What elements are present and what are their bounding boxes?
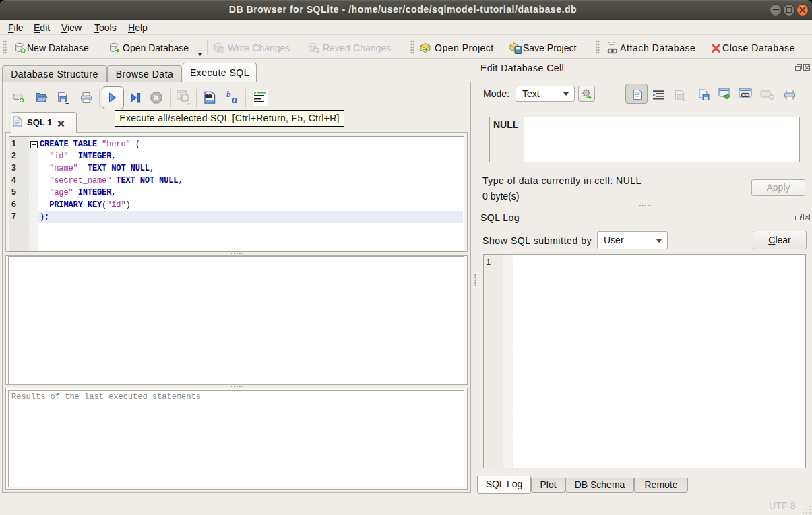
svg-text:b: b <box>226 90 231 99</box>
svg-text:a: a <box>232 94 237 104</box>
